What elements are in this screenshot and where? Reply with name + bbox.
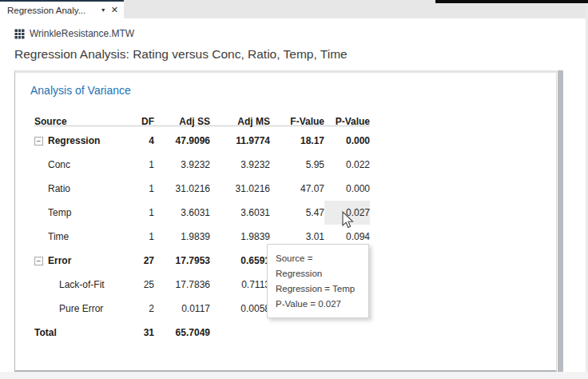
document-header: WrinkleResistance.MTW Regression Analysi… <box>0 18 586 70</box>
row-label: Temp <box>48 201 71 225</box>
cell-df[interactable]: 27 <box>126 249 154 273</box>
cell-pvalue[interactable]: 0.000 <box>324 129 370 153</box>
tooltip-line: P-Value = 0.027 <box>276 297 360 312</box>
row-label: Error <box>48 249 71 273</box>
cell-pvalue[interactable]: 0.000 <box>324 177 370 201</box>
tab-regression-analysis[interactable]: Regression Analy... ▼ ✕ <box>0 0 124 18</box>
cell-adjms[interactable]: 0.7113 <box>210 273 270 297</box>
row-label: Pure Error <box>59 297 103 321</box>
table-row-ratio[interactable]: Ratio 1 31.0216 31.0216 47.07 0.000 <box>34 177 370 201</box>
mouse-cursor-icon <box>342 211 356 230</box>
bottom-gutter <box>0 372 588 379</box>
worksheet-link[interactable]: WrinkleResistance.MTW <box>14 28 134 39</box>
cell-adjss[interactable]: 3.6031 <box>154 201 210 225</box>
cell-fvalue[interactable]: 5.95 <box>270 153 324 177</box>
chevron-down-icon[interactable]: ▼ <box>101 7 106 13</box>
cell-adjss[interactable]: 3.9232 <box>154 153 210 177</box>
row-label: Total <box>34 321 57 345</box>
row-label: Lack-of-Fit <box>59 273 105 297</box>
row-label: Time <box>48 225 69 249</box>
cell-adjms[interactable]: 1.9839 <box>210 225 270 249</box>
collapse-minus-icon[interactable]: − <box>34 257 43 265</box>
cell-df[interactable]: 4 <box>126 129 154 153</box>
cell-fvalue[interactable]: 5.47 <box>270 201 324 225</box>
cell-adjss[interactable]: 17.7953 <box>154 249 210 273</box>
cell-adjss[interactable]: 47.9096 <box>154 129 210 153</box>
cell-fvalue[interactable] <box>270 321 324 345</box>
row-label: Ratio <box>48 177 70 201</box>
section-title[interactable]: Analysis of Variance <box>30 84 556 97</box>
cell-df[interactable]: 1 <box>126 201 154 225</box>
cell-adjss[interactable]: 0.0117 <box>154 297 210 321</box>
cell-adjss[interactable]: 17.7836 <box>154 273 210 297</box>
cell-pvalue[interactable]: 0.022 <box>324 153 370 177</box>
cell-adjms[interactable]: 11.9774 <box>210 129 270 153</box>
cell-df[interactable]: 1 <box>126 177 154 201</box>
page-title: Regression Analysis: Rating versus Conc,… <box>14 47 348 62</box>
cell-adjss[interactable]: 65.7049 <box>154 321 210 345</box>
hover-tooltip: Source = Regression Regression = Temp P-… <box>267 244 369 318</box>
table-row-temp[interactable]: Temp 1 3.6031 3.6031 5.47 0.027 <box>34 201 370 225</box>
output-panel: Analysis of Variance Source DF Adj SS Ad… <box>14 70 557 372</box>
tooltip-line: Regression = Temp <box>276 281 360 297</box>
cell-adjms[interactable]: 31.0216 <box>210 177 270 201</box>
cell-adjms[interactable] <box>210 321 270 345</box>
table-header-row: Source DF Adj SS Adj MS F-Value P-Value <box>34 110 370 126</box>
cell-df[interactable]: 1 <box>126 153 154 177</box>
vertical-scrollbar[interactable] <box>558 70 563 373</box>
cell-adjss[interactable]: 31.0216 <box>154 177 210 201</box>
tooltip-line: Source = Regression <box>276 251 360 281</box>
cell-adjms[interactable]: 0.0058 <box>210 297 270 321</box>
cell-adjms[interactable]: 3.6031 <box>210 201 270 225</box>
cell-adjms[interactable]: 0.6591 <box>210 249 270 273</box>
cell-df[interactable]: 31 <box>126 321 154 345</box>
tab-title: Regression Analy... <box>7 6 97 15</box>
worksheet-name: WrinkleResistance.MTW <box>30 28 134 39</box>
cell-pvalue[interactable] <box>324 321 370 345</box>
window-edge-strip <box>435 0 588 3</box>
row-label: Conc <box>48 153 70 177</box>
collapse-minus-icon[interactable]: − <box>34 137 43 146</box>
cell-adjss[interactable]: 1.9839 <box>154 225 210 249</box>
cell-fvalue[interactable]: 18.17 <box>270 129 324 153</box>
worksheet-grid-icon <box>14 29 25 39</box>
cell-df[interactable]: 25 <box>126 273 154 297</box>
cell-df[interactable]: 1 <box>126 225 154 249</box>
table-row-conc[interactable]: Conc 1 3.9232 3.9232 5.95 0.022 <box>34 153 370 177</box>
row-label: Regression <box>48 129 100 153</box>
cell-fvalue[interactable]: 47.07 <box>270 177 324 201</box>
close-icon[interactable]: ✕ <box>111 5 118 15</box>
cell-df[interactable]: 2 <box>126 297 154 321</box>
table-row-regression[interactable]: − Regression 4 47.9096 11.9774 18.17 0.0… <box>34 129 370 153</box>
cell-adjms[interactable]: 3.9232 <box>210 153 270 177</box>
app-window: Regression Analy... ▼ ✕ WrinkleResistanc… <box>0 0 588 379</box>
table-row-total[interactable]: Total 31 65.7049 <box>34 321 370 345</box>
